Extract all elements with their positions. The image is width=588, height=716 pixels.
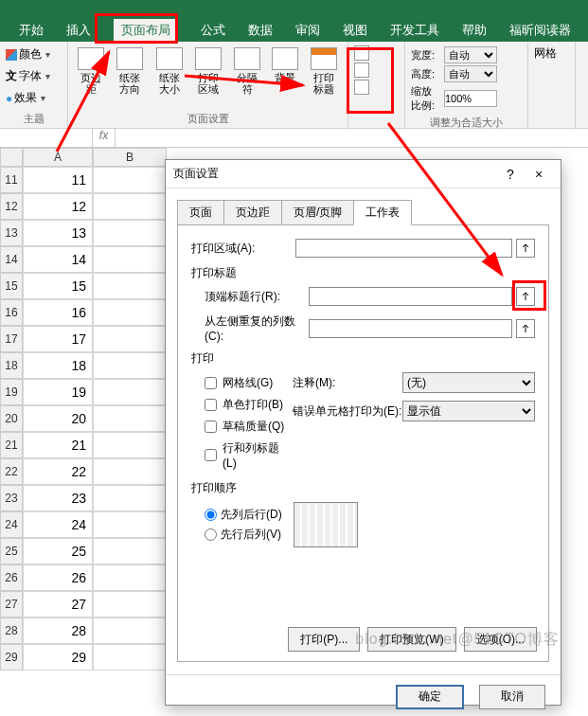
dlg-tab-margin[interactable]: 页边距 bbox=[223, 200, 282, 225]
cell[interactable]: 26 bbox=[23, 564, 93, 591]
row-header[interactable]: 13 bbox=[0, 220, 23, 246]
cell[interactable]: 27 bbox=[23, 591, 93, 618]
cell[interactable]: 23 bbox=[23, 485, 93, 511]
background-button[interactable]: 背景 bbox=[268, 45, 302, 85]
cell[interactable]: 20 bbox=[23, 405, 93, 432]
tab-view[interactable]: 视图 bbox=[343, 22, 367, 39]
tab-insert[interactable]: 插入 bbox=[66, 22, 91, 39]
cell[interactable] bbox=[93, 299, 167, 326]
cell[interactable]: 28 bbox=[23, 618, 93, 644]
dlg-tab-page[interactable]: 页面 bbox=[177, 200, 224, 225]
cell[interactable] bbox=[93, 511, 167, 538]
help-button[interactable]: ? bbox=[496, 167, 525, 182]
top-rows-picker[interactable] bbox=[516, 287, 535, 306]
scale-width-select[interactable]: 自动 bbox=[444, 46, 497, 63]
margins-button[interactable]: 页边距 bbox=[74, 45, 108, 97]
cell[interactable]: 15 bbox=[23, 273, 93, 299]
cell[interactable] bbox=[93, 326, 167, 352]
row-header[interactable]: 20 bbox=[0, 405, 23, 432]
chk-draft[interactable] bbox=[205, 421, 217, 433]
col-header-b[interactable]: B bbox=[93, 148, 167, 167]
breaks-button[interactable]: 分隔符 bbox=[230, 45, 264, 97]
row-header[interactable]: 25 bbox=[0, 538, 23, 564]
cell[interactable] bbox=[93, 538, 167, 564]
left-cols-picker[interactable] bbox=[516, 319, 535, 338]
print-area-input[interactable] bbox=[295, 239, 512, 258]
scale-height-select[interactable]: 自动 bbox=[444, 65, 497, 82]
tab-review[interactable]: 审阅 bbox=[295, 22, 320, 39]
top-rows-input[interactable] bbox=[309, 287, 512, 306]
cell[interactable]: 24 bbox=[23, 511, 93, 538]
cell[interactable]: 19 bbox=[23, 379, 93, 405]
tab-formulas[interactable]: 公式 bbox=[201, 22, 225, 39]
row-header[interactable]: 28 bbox=[0, 618, 23, 644]
cell[interactable]: 25 bbox=[23, 538, 93, 564]
cell[interactable] bbox=[93, 273, 167, 299]
cell[interactable]: 12 bbox=[23, 193, 93, 220]
print-area-button[interactable]: 打印区域 bbox=[191, 45, 227, 97]
tab-help[interactable]: 帮助 bbox=[462, 22, 487, 39]
row-header[interactable]: 11 bbox=[0, 167, 23, 193]
bring-forward-icon[interactable] bbox=[354, 45, 369, 61]
row-header[interactable]: 27 bbox=[0, 591, 23, 618]
cell[interactable]: 29 bbox=[23, 644, 93, 671]
cell[interactable]: 14 bbox=[23, 246, 93, 273]
rad-over[interactable] bbox=[205, 528, 217, 541]
row-header[interactable]: 18 bbox=[0, 352, 23, 379]
formula-input[interactable] bbox=[116, 129, 588, 147]
dlg-tab-header[interactable]: 页眉/页脚 bbox=[281, 200, 354, 225]
print-area-picker[interactable] bbox=[516, 239, 535, 258]
cell[interactable]: 21 bbox=[23, 432, 93, 458]
row-header[interactable]: 29 bbox=[0, 644, 23, 671]
chk-mono[interactable] bbox=[205, 399, 217, 411]
ok-button[interactable]: 确定 bbox=[396, 685, 464, 709]
send-backward-icon[interactable] bbox=[354, 63, 369, 78]
row-header[interactable]: 16 bbox=[0, 299, 23, 326]
row-header[interactable]: 12 bbox=[0, 193, 23, 220]
chk-grid[interactable] bbox=[205, 377, 217, 389]
row-header[interactable]: 21 bbox=[0, 432, 23, 458]
cell[interactable]: 16 bbox=[23, 299, 93, 326]
cell[interactable] bbox=[93, 193, 167, 220]
row-header[interactable]: 19 bbox=[0, 379, 23, 405]
col-header-a[interactable]: A bbox=[23, 148, 93, 167]
row-header[interactable]: 26 bbox=[0, 564, 23, 591]
cell[interactable] bbox=[93, 352, 167, 379]
row-header[interactable]: 14 bbox=[0, 246, 23, 273]
cell[interactable]: 13 bbox=[23, 220, 93, 246]
theme-fonts-button[interactable]: 文字体▾ bbox=[6, 67, 50, 85]
row-header[interactable]: 17 bbox=[0, 326, 23, 352]
cell[interactable]: 18 bbox=[23, 352, 93, 379]
cell[interactable]: 22 bbox=[23, 458, 93, 485]
row-header[interactable]: 24 bbox=[0, 511, 23, 538]
fx-icon[interactable]: fx bbox=[93, 129, 116, 147]
cell[interactable]: 17 bbox=[23, 326, 93, 352]
cell[interactable] bbox=[93, 564, 167, 591]
orientation-button[interactable]: 纸张方向 bbox=[112, 45, 148, 97]
chk-rowcol[interactable] bbox=[205, 449, 217, 461]
row-header[interactable]: 15 bbox=[0, 273, 23, 299]
tab-page-layout[interactable]: 页面布局 bbox=[114, 19, 178, 42]
cell[interactable] bbox=[93, 379, 167, 405]
tab-developer[interactable]: 开发工具 bbox=[390, 22, 439, 39]
left-cols-input[interactable] bbox=[309, 319, 512, 338]
tab-data[interactable]: 数据 bbox=[248, 22, 273, 39]
cell[interactable] bbox=[93, 246, 167, 273]
rad-down[interactable] bbox=[205, 509, 217, 521]
selection-pane-icon[interactable] bbox=[354, 80, 369, 95]
dlg-tab-sheet[interactable]: 工作表 bbox=[353, 200, 412, 225]
cell[interactable] bbox=[93, 432, 167, 458]
cell[interactable] bbox=[93, 220, 167, 246]
cell[interactable] bbox=[93, 405, 167, 432]
btn-print[interactable]: 打印(P)... bbox=[288, 627, 360, 652]
anno-select[interactable]: (无) bbox=[402, 372, 535, 393]
size-button[interactable]: 纸张大小 bbox=[151, 45, 187, 97]
theme-effects-button[interactable]: ●效果▾ bbox=[6, 89, 45, 107]
cell[interactable]: 11 bbox=[23, 167, 93, 193]
cell[interactable] bbox=[93, 591, 167, 618]
row-header[interactable]: 22 bbox=[0, 458, 23, 485]
cell[interactable] bbox=[93, 167, 167, 193]
scale-pct-input[interactable] bbox=[444, 90, 497, 107]
tab-foxit[interactable]: 福昕阅读器 bbox=[509, 22, 571, 39]
namebox[interactable] bbox=[0, 129, 93, 147]
